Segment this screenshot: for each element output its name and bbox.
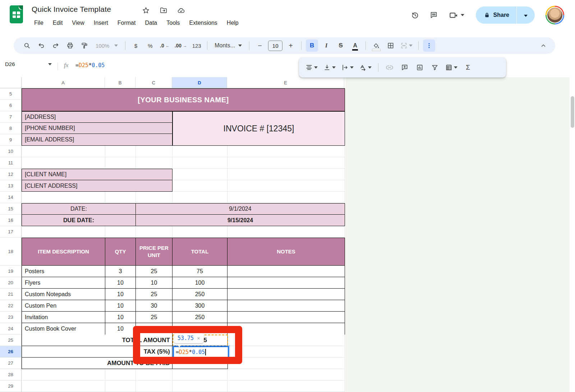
borders-button[interactable] [385, 39, 397, 52]
cell-date-value[interactable]: 9/1/2024 [136, 204, 345, 215]
item-1-desc[interactable]: Flyers [22, 277, 105, 289]
row-header-12[interactable]: 12 [0, 169, 21, 180]
item-5-qty[interactable]: 10 [105, 323, 136, 335]
column-header-e[interactable]: E [227, 77, 344, 88]
menu-help[interactable]: Help [222, 18, 243, 28]
item-0-notes[interactable] [227, 266, 345, 277]
items-header-total[interactable]: TOTAL [172, 238, 227, 266]
undo-icon[interactable] [35, 39, 47, 52]
create-filter-icon[interactable] [429, 61, 441, 74]
row-header-20[interactable]: 20 [0, 277, 21, 289]
star-icon[interactable] [142, 6, 150, 14]
item-5-notes[interactable] [227, 323, 345, 335]
text-color-button[interactable]: A [349, 39, 361, 52]
row-header-16[interactable]: 16 [0, 215, 21, 226]
item-1-qty[interactable]: 10 [105, 277, 136, 289]
fill-color-button[interactable] [370, 39, 382, 52]
row-header-13[interactable]: 13 [0, 180, 21, 192]
redo-icon[interactable] [50, 39, 62, 52]
row-header-6[interactable]: 6 [0, 100, 21, 111]
row-header-8[interactable]: 8 [0, 123, 21, 134]
insert-link-icon[interactable] [383, 61, 396, 74]
increase-decimal-icon[interactable]: .00→ [173, 39, 188, 52]
row-header-5[interactable]: 5 [0, 88, 21, 100]
cell-client-address[interactable]: [CLIENT ADDRESS] [22, 180, 172, 191]
items-header-desc[interactable]: ITEM DESCRIPTION [22, 238, 105, 266]
row-header-27[interactable]: 27 [0, 358, 21, 369]
more-formats-icon[interactable]: 123 [190, 39, 203, 52]
cell-email[interactable]: [EMAIL ADDRESS] [22, 134, 172, 145]
vertical-scrollbar-thumb[interactable] [571, 96, 574, 128]
cell-phone[interactable]: [PHONE NUMBER] [22, 123, 172, 134]
cell-invoice-number[interactable]: INVOICE # [12345] [172, 111, 345, 146]
account-avatar[interactable] [546, 6, 564, 24]
format-percent-icon[interactable]: % [144, 39, 156, 52]
row-header-15[interactable]: 15 [0, 203, 21, 215]
font-size-input[interactable]: 10 [268, 41, 282, 51]
item-4-total[interactable]: 250 [172, 312, 227, 323]
item-3-price[interactable]: 30 [136, 300, 172, 312]
item-4-qty[interactable]: 10 [105, 312, 136, 323]
row-header-7[interactable]: 7 [0, 111, 21, 123]
merge-cells-button[interactable] [399, 39, 414, 52]
share-button[interactable]: Share [476, 6, 535, 24]
menu-view[interactable]: View [67, 18, 89, 28]
item-5-desc[interactable]: Custom Book Cover [22, 323, 105, 335]
print-icon[interactable] [64, 39, 76, 52]
row-header-26[interactable]: 26 [0, 346, 21, 358]
decrease-font-size-button[interactable]: − [254, 39, 266, 52]
cells-area[interactable]: [YOUR BUSINESS NAME] [ADDRESS] [PHONE NU… [22, 88, 345, 392]
paint-format-icon[interactable] [78, 39, 91, 52]
row-header-28[interactable]: 28 [0, 369, 21, 381]
bold-button[interactable]: B [306, 39, 318, 52]
formula-input[interactable]: =D25*0.05 [75, 62, 105, 69]
item-3-total[interactable]: 300 [172, 300, 227, 312]
row-header-17[interactable]: 17 [0, 226, 21, 238]
row-header-21[interactable]: 21 [0, 289, 21, 300]
vertical-align-button[interactable] [322, 61, 337, 74]
item-1-notes[interactable] [227, 277, 345, 289]
item-0-total[interactable]: 75 [172, 266, 227, 277]
share-dropdown[interactable] [517, 12, 535, 18]
text-rotation-button[interactable] [358, 61, 373, 74]
cell-due-date-label[interactable]: DUE DATE: [22, 215, 136, 226]
items-header-qty[interactable]: QTY [105, 238, 136, 266]
item-2-notes[interactable] [227, 289, 345, 300]
row-header-24[interactable]: 24 [0, 323, 21, 335]
row-header-25[interactable]: 25 [0, 335, 21, 346]
cell-address[interactable]: [ADDRESS] [22, 112, 172, 123]
menu-insert[interactable]: Insert [89, 18, 113, 28]
name-box[interactable]: D26 [5, 61, 52, 67]
tooltip-close-icon[interactable]: × [197, 335, 200, 341]
text-wrapping-button[interactable] [340, 61, 355, 74]
document-title[interactable]: Quick Invoice Template [32, 5, 111, 14]
move-folder-icon[interactable] [160, 6, 167, 14]
item-2-desc[interactable]: Custom Notepads [22, 289, 105, 300]
meet-camera-icon[interactable] [448, 11, 465, 19]
item-4-price[interactable]: 25 [136, 312, 172, 323]
column-header-a[interactable]: A [22, 77, 105, 88]
version-history-icon[interactable] [411, 11, 419, 19]
item-0-desc[interactable]: Posters [22, 266, 105, 277]
cell-date-label[interactable]: DATE: [22, 204, 136, 215]
insert-comment-icon[interactable] [399, 61, 411, 74]
item-3-qty[interactable]: 10 [105, 300, 136, 312]
item-4-notes[interactable] [227, 312, 345, 323]
item-3-desc[interactable]: Custom Pen [22, 300, 105, 312]
decrease-decimal-icon[interactable]: .0← [158, 39, 171, 52]
comments-icon[interactable] [430, 11, 438, 19]
items-header-price[interactable]: PRICE PER UNIT [136, 238, 172, 266]
collapse-toolbar-icon[interactable] [537, 39, 549, 52]
insert-chart-icon[interactable] [414, 61, 426, 74]
zoom-control[interactable]: 100% [93, 39, 121, 52]
menu-file[interactable]: File [29, 18, 48, 28]
item-0-price[interactable]: 25 [136, 266, 172, 277]
row-header-19[interactable]: 19 [0, 266, 21, 277]
item-0-qty[interactable]: 3 [105, 266, 136, 277]
more-options-button[interactable] [423, 39, 435, 52]
menu-extensions[interactable]: Extensions [185, 18, 222, 28]
column-header-d[interactable]: D [172, 77, 227, 88]
menu-edit[interactable]: Edit [48, 18, 68, 28]
row-header-11[interactable]: 11 [0, 157, 21, 169]
increase-font-size-button[interactable]: + [285, 39, 297, 52]
